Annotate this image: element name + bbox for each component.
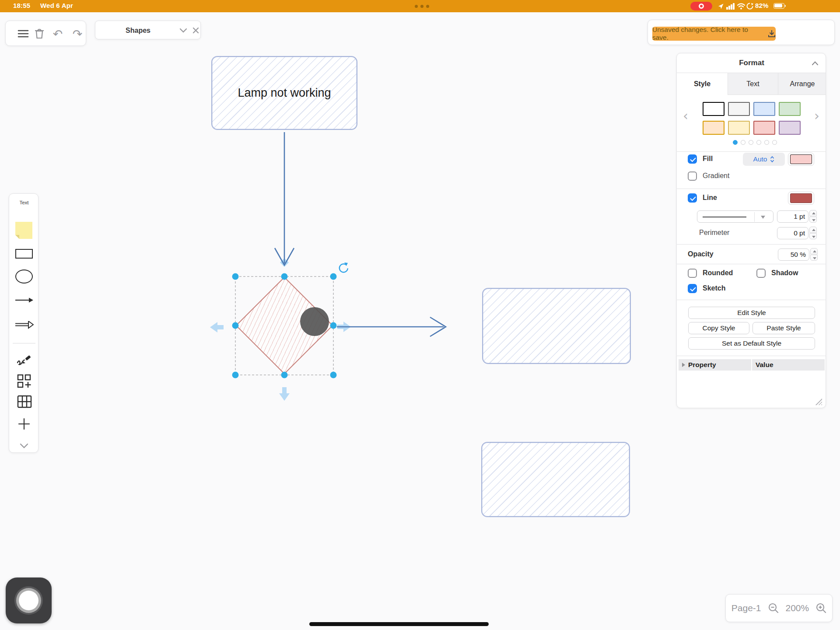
format-title: Format bbox=[739, 59, 764, 67]
menu-button[interactable] bbox=[15, 21, 31, 46]
bidirectional-arrow-tool[interactable] bbox=[14, 320, 34, 329]
sticky-note-tool[interactable] bbox=[15, 222, 32, 239]
close-icon[interactable] bbox=[192, 27, 199, 34]
table-tool[interactable] bbox=[17, 395, 32, 408]
shape-palette: Text bbox=[9, 193, 38, 453]
fill-checkbox[interactable] bbox=[688, 154, 697, 164]
style-preset-swatch[interactable] bbox=[753, 102, 775, 116]
panel-resize-grip[interactable] bbox=[815, 398, 822, 405]
line-width-stepper[interactable] bbox=[809, 210, 817, 223]
chevron-down-icon[interactable] bbox=[179, 28, 187, 33]
more-shapes-tool[interactable] bbox=[17, 374, 32, 389]
preset-page-dot[interactable] bbox=[772, 140, 777, 145]
handle-se[interactable] bbox=[330, 372, 337, 378]
line-width-input[interactable]: 1 pt bbox=[777, 210, 808, 223]
perimeter-input[interactable]: 0 pt bbox=[777, 227, 808, 239]
undo-button[interactable]: ↶ bbox=[49, 21, 66, 46]
preset-page-dot[interactable] bbox=[741, 140, 746, 145]
shape-diamond-selected[interactable] bbox=[235, 276, 333, 374]
record-ring-icon bbox=[19, 591, 38, 610]
opacity-input[interactable]: 50 % bbox=[778, 248, 809, 261]
add-shape-button[interactable] bbox=[18, 418, 30, 430]
select-chevrons-icon bbox=[770, 156, 774, 163]
style-preset-swatch[interactable] bbox=[779, 121, 801, 135]
freehand-tool[interactable] bbox=[17, 352, 32, 366]
multitask-dots[interactable] bbox=[415, 5, 418, 8]
delete-button[interactable] bbox=[32, 21, 47, 46]
preset-page-dot[interactable] bbox=[756, 140, 761, 145]
line-color-button[interactable] bbox=[788, 192, 814, 205]
shapes-dropdown[interactable]: Shapes bbox=[95, 21, 201, 39]
style-preset-swatch[interactable] bbox=[753, 121, 775, 135]
arrow-tool[interactable] bbox=[14, 296, 34, 304]
fill-mode-select[interactable]: Auto bbox=[743, 153, 785, 166]
orientation-lock-icon bbox=[746, 3, 753, 10]
handle-ne[interactable] bbox=[330, 273, 337, 280]
multitask-dots[interactable] bbox=[426, 5, 429, 8]
clock: 18:55 bbox=[13, 2, 30, 9]
preset-page-dot[interactable] bbox=[764, 140, 769, 145]
handle-nw[interactable] bbox=[232, 273, 239, 280]
presets-prev-icon[interactable]: ‹ bbox=[683, 109, 688, 122]
rounded-label: Rounded bbox=[703, 269, 733, 277]
unsaved-changes-label: Unsaved changes. Click here to save. bbox=[652, 26, 764, 42]
style-preset-swatch[interactable] bbox=[703, 102, 724, 116]
tab-text[interactable]: Text bbox=[728, 73, 778, 95]
text-tool[interactable]: Text bbox=[9, 200, 39, 205]
presets-next-icon[interactable]: › bbox=[814, 109, 819, 122]
set-default-style-button[interactable]: Set as Default Style bbox=[688, 337, 815, 350]
shape-rectangle-right[interactable] bbox=[482, 288, 631, 364]
property-column-header[interactable]: Property bbox=[679, 359, 751, 371]
style-preset-swatch[interactable] bbox=[703, 121, 724, 135]
value-column-header[interactable]: Value bbox=[752, 359, 825, 371]
nudge-right-arrow[interactable] bbox=[337, 322, 351, 332]
sketch-checkbox[interactable] bbox=[688, 284, 697, 293]
format-panel-header: Format bbox=[677, 53, 826, 73]
line-checkbox[interactable] bbox=[688, 193, 697, 203]
assistive-touch-button[interactable] bbox=[6, 578, 52, 623]
tab-style[interactable]: Style bbox=[677, 73, 728, 95]
copy-style-button[interactable]: Copy Style bbox=[688, 322, 749, 334]
edit-style-button[interactable]: Edit Style bbox=[688, 307, 815, 319]
style-preset-swatch[interactable] bbox=[728, 121, 750, 135]
ellipse-tool[interactable] bbox=[15, 270, 33, 284]
trash-icon bbox=[35, 28, 44, 39]
unsaved-changes-button[interactable]: Unsaved changes. Click here to save. bbox=[652, 27, 776, 41]
preset-page-dot[interactable] bbox=[749, 140, 753, 145]
rounded-checkbox[interactable] bbox=[688, 269, 697, 278]
fill-color-button[interactable] bbox=[788, 153, 814, 166]
shape-lamp-not-working[interactable]: Lamp not working bbox=[211, 56, 357, 130]
opacity-stepper[interactable] bbox=[810, 248, 818, 261]
paste-style-button[interactable]: Paste Style bbox=[752, 322, 815, 334]
fill-label: Fill bbox=[703, 155, 713, 163]
shadow-checkbox[interactable] bbox=[756, 269, 766, 278]
format-panel: Format Style Text Arrange ‹ › Fill Auto bbox=[676, 53, 826, 408]
rectangle-tool[interactable] bbox=[15, 249, 33, 259]
line-style-dropdown[interactable] bbox=[697, 210, 774, 223]
fill-color-chip bbox=[790, 154, 812, 164]
zoom-in-icon[interactable] bbox=[816, 603, 826, 613]
nudge-down-arrow[interactable] bbox=[279, 387, 290, 401]
preset-page-dot[interactable] bbox=[733, 140, 738, 145]
screen-recording-indicator[interactable] bbox=[690, 2, 712, 10]
hamburger-icon bbox=[18, 29, 29, 38]
tab-arrange[interactable]: Arrange bbox=[778, 73, 826, 95]
zoom-level[interactable]: 200% bbox=[786, 603, 809, 613]
connector-right-arrowhead bbox=[430, 317, 446, 336]
home-indicator[interactable] bbox=[309, 622, 489, 626]
multitask-dots[interactable] bbox=[420, 5, 424, 8]
style-preset-swatch[interactable] bbox=[728, 102, 750, 116]
handle-sw[interactable] bbox=[232, 372, 239, 378]
palette-collapse-chevron-icon[interactable] bbox=[20, 443, 28, 448]
collapse-panel-icon[interactable] bbox=[812, 61, 819, 66]
perimeter-stepper[interactable] bbox=[809, 227, 817, 240]
shape-rectangle-bottom[interactable] bbox=[481, 442, 630, 517]
style-preset-swatch[interactable] bbox=[779, 102, 801, 116]
gradient-checkbox[interactable] bbox=[688, 172, 697, 181]
redo-button[interactable]: ↷ bbox=[69, 21, 86, 46]
rotate-handle-icon[interactable] bbox=[340, 262, 348, 272]
expand-triangle-icon[interactable] bbox=[682, 363, 685, 367]
page-name[interactable]: Page-1 bbox=[732, 603, 761, 613]
zoom-out-icon[interactable] bbox=[768, 603, 779, 613]
nudge-left-arrow[interactable] bbox=[210, 322, 224, 332]
